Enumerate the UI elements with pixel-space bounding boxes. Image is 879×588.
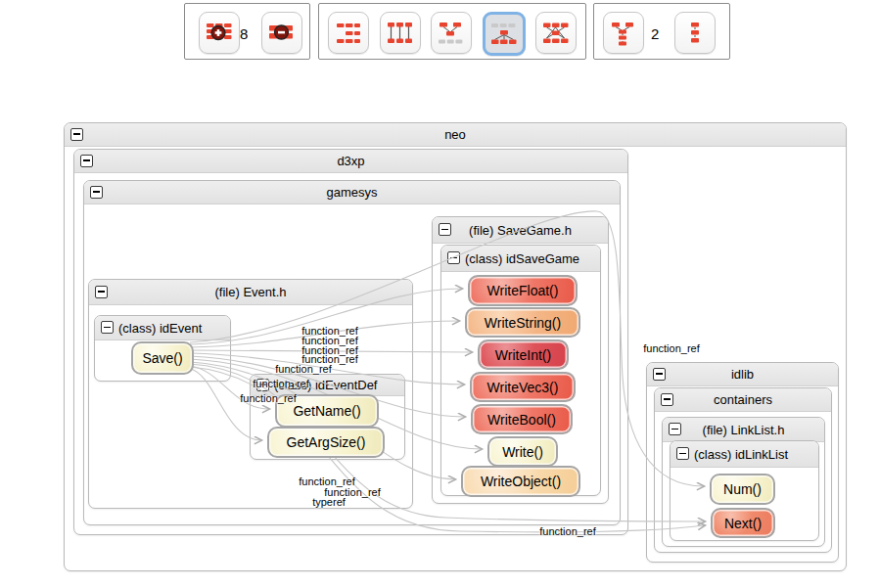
layout-merge-up-icon bbox=[437, 19, 466, 48]
file-title: (file) Event.h bbox=[89, 280, 412, 304]
package-title: containers bbox=[655, 388, 831, 411]
function-node-getargsize[interactable]: GetArgSize() bbox=[267, 427, 385, 458]
file-title: (file) LinkList.h bbox=[663, 418, 824, 441]
package-header-containers: containers bbox=[655, 388, 831, 412]
package-title: gamesys bbox=[84, 181, 620, 204]
layout-zigzag-icon bbox=[334, 19, 363, 48]
function-node-writestring[interactable]: WriteString() bbox=[465, 307, 580, 338]
package-title: neo bbox=[65, 123, 846, 146]
tree-depth-count: 2 bbox=[651, 25, 659, 42]
class-title: (class) idEvent bbox=[95, 316, 230, 339]
tree-vertical-icon bbox=[609, 19, 638, 48]
class-header-idsavegame: (class) idSaveGame bbox=[441, 246, 600, 272]
edge-label-typeref: typeref bbox=[312, 496, 346, 508]
layout-zigzag-button[interactable] bbox=[328, 12, 369, 54]
reduce-depth-button[interactable] bbox=[261, 12, 302, 54]
toolbar-group-node-depth: 8 bbox=[184, 3, 310, 60]
package-header-gamesys: gamesys bbox=[84, 181, 620, 204]
layout-expand-down-icon bbox=[489, 20, 519, 49]
class-header-idlinklist: (class) idLinkList bbox=[671, 441, 818, 468]
edge-label-function-ref: function_ref bbox=[643, 342, 699, 354]
function-node-save[interactable]: Save() bbox=[131, 341, 194, 375]
layout-columns-icon bbox=[386, 19, 415, 48]
function-node-writebool[interactable]: WriteBool() bbox=[471, 404, 573, 434]
bricks-minus-icon bbox=[267, 19, 297, 48]
edge-label-function-ref: function_ref bbox=[253, 378, 308, 389]
class-title: (class) idLinkList bbox=[671, 441, 818, 467]
function-node-writeint[interactable]: WriteInt() bbox=[478, 339, 569, 370]
app-canvas: 8 bbox=[0, 0, 879, 588]
class-header-idevent: (class) idEvent bbox=[95, 316, 230, 340]
layout-columns-button[interactable] bbox=[380, 12, 421, 54]
function-node-next[interactable]: Next() bbox=[711, 508, 775, 538]
edge-label-function-ref: function_ref bbox=[539, 525, 595, 537]
file-header-savegame-h: (file) SaveGame.h bbox=[433, 217, 608, 244]
package-title: idlib bbox=[647, 363, 838, 385]
tree-depth-button[interactable] bbox=[603, 12, 644, 54]
package-title: d3xp bbox=[74, 150, 627, 172]
class-title: (class) idSaveGame bbox=[441, 246, 600, 271]
function-node-writeobject[interactable]: WriteObject() bbox=[461, 466, 580, 497]
node-depth-count: 8 bbox=[240, 25, 248, 42]
package-header-d3xp: d3xp bbox=[74, 150, 627, 173]
package-header-idlib: idlib bbox=[647, 363, 838, 386]
layout-cross-icon bbox=[541, 19, 571, 48]
bricks-plus-icon bbox=[205, 19, 234, 48]
toolbar-group-layout bbox=[318, 3, 586, 60]
layout-cross-button[interactable] bbox=[535, 12, 577, 54]
function-node-writefloat[interactable]: WriteFloat() bbox=[468, 275, 578, 306]
node-column-button[interactable] bbox=[674, 12, 716, 54]
file-header-event-h: (file) Event.h bbox=[89, 280, 412, 305]
file-header-linklist-h: (file) LinkList.h bbox=[663, 418, 824, 442]
function-node-num[interactable]: Num() bbox=[710, 474, 775, 505]
node-column-icon bbox=[680, 19, 710, 48]
edge-label-function-ref: function_ref bbox=[240, 392, 296, 404]
edge-label-function-ref: function_ref bbox=[275, 363, 331, 375]
file-title: (file) SaveGame.h bbox=[433, 217, 608, 243]
function-node-writevec3[interactable]: WriteVec3() bbox=[470, 372, 576, 402]
function-node-write[interactable]: Write() bbox=[487, 436, 558, 467]
toolbar-group-tree-depth: 2 bbox=[593, 3, 730, 60]
add-depth-button[interactable] bbox=[199, 12, 240, 54]
package-header-neo: neo bbox=[65, 123, 846, 147]
layout-expand-down-button[interactable] bbox=[483, 12, 526, 56]
layout-merge-up-button[interactable] bbox=[431, 12, 472, 54]
